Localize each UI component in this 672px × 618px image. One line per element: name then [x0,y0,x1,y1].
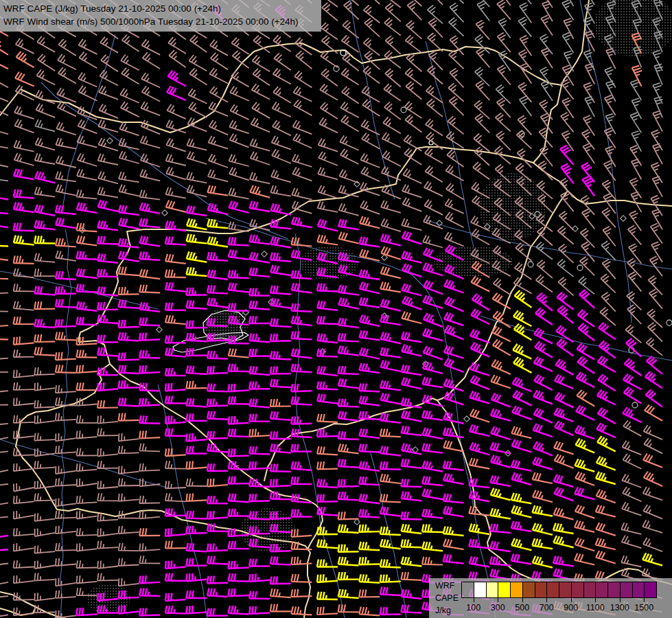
legend-color-cell [595,582,608,598]
urban-area-stipple [240,508,295,552]
legend-tick [522,598,523,602]
legend-color-cell [535,582,548,598]
map-title-line2: WRF Wind shear (m/s) 500/1000hPa Tuesday… [3,15,321,28]
legend-tick-label: 900 [564,603,578,613]
legend-color-cell [571,582,584,598]
legend-color-cell [546,582,559,598]
urban-area-stipple [300,246,358,280]
legend-label-line2: CAPE [435,592,459,604]
legend-tick [571,598,572,602]
legend-color-cell [522,582,535,598]
legend-tick [498,598,498,602]
cape-legend: WRF CAPE J/kg 10030050070090011001300150… [429,578,672,618]
weather-map-screen: WRF CAPE (J/kg) Tuesday 21-10-2025 00:00… [0,0,672,618]
legend-tick [644,598,645,602]
legend-tick-label: 300 [491,603,505,613]
legend-tick-label: 500 [515,603,529,613]
legend-color-cell [620,582,633,598]
legend-tick [620,598,621,602]
legend-tick-label: 700 [540,603,554,613]
legend-color-cell [583,582,596,598]
weather-map [0,0,672,618]
legend-tick [546,598,547,602]
legend-color-cell [644,582,657,598]
legend-label-line1: WRF [435,580,459,592]
legend-tick-label: 1300 [610,603,629,613]
legend-label-line3: J/kg [435,604,459,617]
legend-label: WRF CAPE J/kg [435,580,459,617]
legend-tick [595,598,596,602]
legend-color-cell [632,582,645,598]
legend-tick-label: 100 [466,603,480,613]
legend-tick-label: 1500 [634,603,653,613]
legend-color-cell [486,582,499,598]
legend-color-cell [559,582,572,598]
legend-color-cell [607,582,621,598]
legend-color-cell [510,582,523,598]
map-title-line1: WRF CAPE (J/kg) Tuesday 21-10-2025 00:00… [3,2,321,15]
legend-color-cell [498,582,511,598]
legend-tick [474,598,474,602]
legend-tick-label: 1100 [586,603,605,613]
map-title-box: WRF CAPE (J/kg) Tuesday 21-10-2025 00:00… [0,0,321,32]
legend-color-cell [474,582,487,598]
legend-color-cell [461,582,474,598]
